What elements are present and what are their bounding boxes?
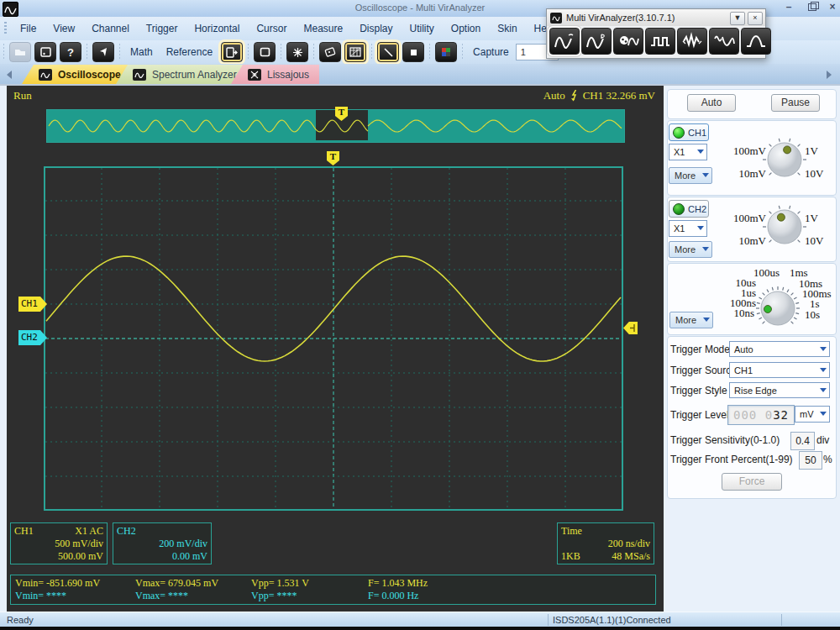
lissajous-icon[interactable] — [613, 28, 643, 55]
trigger-style-select[interactable]: Rise Edge — [729, 382, 830, 398]
ch1-vmax: Vmax= 679.045 mV — [135, 577, 218, 590]
ch1-vdiv: 500 mV/div — [14, 538, 103, 550]
separator — [248, 44, 249, 60]
ch2-enable-button[interactable]: CH2 — [669, 200, 709, 218]
restore-button[interactable] — [802, 1, 821, 13]
knob-tick — [791, 293, 794, 296]
trigger-source-select[interactable]: CH1 — [729, 362, 830, 378]
knob-tick — [795, 313, 799, 314]
close-button[interactable]: × — [823, 1, 840, 13]
tab-scroll-right-button[interactable] — [827, 71, 832, 79]
knob-tick — [779, 139, 780, 142]
math-button[interactable]: Math — [123, 46, 160, 58]
knob-tick — [757, 302, 760, 303]
fullscreen-button[interactable] — [254, 42, 276, 62]
trigger-mode-readout: Auto — [543, 89, 565, 102]
tab-spectrum-analyzer[interactable]: Spectrum Analyzer — [116, 65, 247, 84]
ch2-probe-value: X1 — [674, 223, 685, 234]
chevron-down-icon — [697, 150, 704, 154]
ch2-volts-div-knob[interactable] — [761, 203, 808, 254]
spectrum-icon[interactable] — [581, 28, 612, 55]
oscilloscope-icon[interactable] — [549, 28, 580, 55]
ch2-button-label: CH2 — [688, 204, 706, 214]
sweep-icon[interactable] — [709, 28, 739, 55]
open-button[interactable] — [9, 42, 31, 62]
menu-horizontal[interactable]: Horizontal — [186, 20, 248, 37]
color-settings-button[interactable] — [435, 42, 457, 62]
close-button[interactable]: × — [748, 12, 763, 25]
waveform-display[interactable] — [44, 166, 623, 511]
menu-channel[interactable]: Channel — [83, 20, 138, 37]
menu-measure[interactable]: Measure — [295, 20, 351, 37]
trigger-sensitivity-input[interactable]: 0.4 — [790, 432, 815, 450]
timebase-label: 10ns — [729, 307, 754, 320]
chevron-down-icon — [820, 412, 827, 416]
separator — [87, 44, 87, 60]
time-info-box: Time 200 ns/div 1KB48 MSa/s — [557, 522, 654, 564]
trigger-style-label: Trigger Style — [670, 385, 727, 396]
ch1-more-label: More — [675, 171, 696, 181]
menu-skin[interactable]: Skin — [489, 20, 525, 37]
floating-window-titlebar[interactable]: Multi VirAnalyzer(3.10.7.1) ▼ × — [547, 9, 765, 26]
ch1-coupling: X1 AC — [75, 525, 103, 538]
reference-button[interactable]: Reference — [160, 46, 219, 58]
trigger-style-value: Rise Edge — [734, 386, 777, 396]
tab-scroll-left-button[interactable] — [7, 71, 12, 79]
preview-trace-right — [368, 120, 622, 132]
knob-tick — [759, 297, 762, 299]
menu-file[interactable]: File — [12, 20, 45, 37]
center-waveform-button[interactable] — [286, 42, 308, 62]
menu-cursor[interactable]: Cursor — [248, 20, 295, 37]
trigger-level-label: Trigger Level — [670, 409, 729, 421]
time-rate: 48 MSa/s — [612, 550, 650, 563]
separator — [119, 44, 120, 60]
ch2-more-dropdown[interactable]: More — [669, 241, 712, 258]
logic-analyzer-icon[interactable] — [645, 28, 675, 55]
menu-display[interactable]: Display — [351, 20, 401, 37]
trigger-mode-select[interactable]: Auto — [729, 341, 830, 357]
tab-lissajous[interactable]: Lissajous — [231, 65, 319, 84]
screenshot-button[interactable] — [344, 42, 366, 62]
floating-window-title: Multi VirAnalyzer(3.10.7.1) — [566, 13, 675, 23]
tab-oscilloscope[interactable]: Oscilloscope — [22, 65, 131, 84]
menu-option[interactable]: Option — [443, 20, 489, 37]
chevron-down-icon — [820, 347, 827, 351]
pointer-button[interactable] — [92, 42, 114, 62]
capture-count-value: 1 — [521, 47, 526, 57]
ch1-probe-select[interactable]: X1 — [669, 144, 707, 160]
data-recorder-icon[interactable] — [677, 28, 707, 55]
menu-trigger[interactable]: Trigger — [138, 20, 186, 37]
probe-calibration-button[interactable] — [319, 42, 341, 62]
trigger-front-input[interactable]: 50 — [799, 451, 822, 470]
pause-panel-button[interactable]: Pause — [771, 94, 820, 112]
knob-tick — [783, 287, 784, 291]
minimize-button[interactable]: – — [780, 1, 798, 13]
knob-body[interactable] — [768, 210, 801, 244]
auto-button[interactable]: Auto — [687, 94, 736, 112]
timebase-more-dropdown[interactable]: More — [669, 312, 713, 328]
trigger-level-unit-select[interactable]: mV — [795, 406, 830, 423]
menu-view[interactable]: View — [45, 20, 83, 37]
side-panel-toggle-button[interactable] — [221, 42, 243, 62]
tab-label: Lissajous — [267, 69, 309, 81]
dropdown-button[interactable]: ▼ — [730, 12, 745, 25]
knob-tick — [769, 240, 772, 243]
ch2-led-icon — [673, 203, 685, 215]
timebase-knob[interactable] — [754, 285, 801, 335]
help-button[interactable]: ? — [60, 42, 81, 62]
ch1-more-dropdown[interactable]: More — [669, 167, 712, 184]
trigger-level-display[interactable]: 000 032 — [727, 405, 795, 425]
save-button[interactable] — [34, 42, 56, 62]
ch1-volts-div-knob[interactable] — [761, 136, 808, 186]
stop-button[interactable] — [402, 42, 424, 62]
waveform-icon — [133, 69, 146, 81]
tab-label: Oscilloscope — [58, 69, 121, 81]
waveform-icon — [39, 69, 52, 81]
ch2-probe-select[interactable]: X1 — [669, 220, 707, 237]
force-trigger-button[interactable]: Force — [722, 473, 782, 491]
line-draw-button[interactable] — [377, 42, 399, 62]
filter-icon[interactable] — [741, 28, 771, 55]
ch1-enable-button[interactable]: CH1 — [669, 123, 709, 141]
knob-tick — [790, 139, 790, 142]
menu-utility[interactable]: Utility — [402, 20, 443, 37]
